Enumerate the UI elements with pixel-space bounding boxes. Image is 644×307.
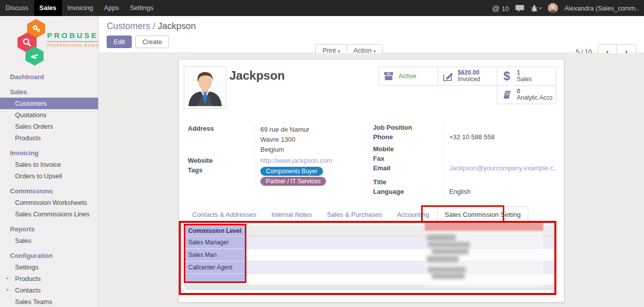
dollar-icon: $ xyxy=(501,69,513,83)
sidebar-item-commission-worksheets[interactable]: Commission Worksheets xyxy=(0,197,98,208)
invoiced-label: Invoiced xyxy=(458,76,480,83)
job-position-value[interactable] xyxy=(443,123,553,132)
main-area: Customers / Jackpson Edit Create Print▾ … xyxy=(99,16,644,307)
breadcrumb-current: Jackpson xyxy=(158,21,196,31)
probuse-logo[interactable]: PROBUSE PROFESSIONAL BUSINESS xyxy=(0,16,98,64)
user-menu[interactable]: Alexandra (Sales_comm.. xyxy=(564,5,639,12)
mobile-value[interactable] xyxy=(443,144,553,154)
tab-internal-notes[interactable]: Internal Notes xyxy=(264,207,319,222)
title-value[interactable] xyxy=(443,177,553,187)
invoiced-stat-button[interactable]: $620.00 Invoiced xyxy=(438,67,497,86)
sidebar-header-dashboard[interactable]: Dashboard xyxy=(0,71,98,83)
website-label: Website xyxy=(185,156,254,165)
redacted-value xyxy=(427,234,456,241)
sidebar-item-label: Contacts xyxy=(15,286,41,294)
redacted-values-region xyxy=(425,222,543,287)
user-avatar[interactable] xyxy=(548,3,558,13)
phone-value[interactable]: +32 10 588 558 xyxy=(443,132,553,142)
tab-sales-purchases[interactable]: Sales & Purchases xyxy=(320,207,389,222)
tab-accounting[interactable]: Accounting xyxy=(390,207,436,222)
title-label: Title xyxy=(371,177,443,187)
phone-label: Phone xyxy=(371,132,443,142)
pencil-icon xyxy=(442,71,454,82)
commission-level-cell[interactable]: Sales Man xyxy=(185,249,246,261)
job-position-label: Job Position xyxy=(371,123,443,132)
expand-caret-icon: ▸ xyxy=(7,275,9,280)
debug-bug-icon[interactable]: ▾ xyxy=(531,5,541,12)
details-right-group: Job Position Phone +32 10 588 558 Mobile… xyxy=(371,123,553,196)
commission-level-cell[interactable]: Callcenter Agent xyxy=(185,261,246,273)
empty-cell xyxy=(185,274,246,282)
breadcrumb-customers-link[interactable]: Customers xyxy=(107,21,150,31)
redacted-value xyxy=(432,273,465,279)
language-label: Language xyxy=(371,187,443,196)
tag-components-buyer[interactable]: Components Buyer xyxy=(260,167,323,176)
sidebar-header-configuration[interactable]: Configuration xyxy=(0,250,98,261)
mentions-button[interactable]: @ 10 xyxy=(492,4,509,13)
sidebar-header-commissions[interactable]: Commissions xyxy=(0,185,98,197)
fax-label: Fax xyxy=(371,154,443,163)
redacted-value xyxy=(427,256,459,262)
tab-sales-commission-setting[interactable]: Sales Commission Setting xyxy=(437,206,528,223)
sidebar-item-sales-teams[interactable]: Sales Teams xyxy=(0,296,98,307)
sidebar-item-sales-to-invoice[interactable]: Sales to Invoice xyxy=(0,159,98,170)
website-link[interactable]: http://www.jackpson.com xyxy=(260,157,332,164)
create-button[interactable]: Create xyxy=(135,36,169,48)
form-view: Jackpson Active $620.00 xyxy=(99,53,644,307)
sidebar-item-customers[interactable]: Customers xyxy=(0,98,98,109)
redacted-value xyxy=(428,242,470,247)
redacted-value xyxy=(432,248,469,254)
tags-field[interactable]: Components Buyer Partner / IT Services xyxy=(254,165,360,187)
menu-settings[interactable]: Settings xyxy=(124,0,159,16)
sidebar-header-reports[interactable]: Reports xyxy=(0,223,98,235)
sales-stat-button[interactable]: $ 1 Sales xyxy=(497,67,556,86)
sidebar-item-reports-sales[interactable]: Sales xyxy=(0,235,98,246)
sidebar-item-products[interactable]: Products xyxy=(0,132,98,144)
sidebar-item-config-products[interactable]: ▸Products xyxy=(0,273,98,284)
menu-apps[interactable]: Apps xyxy=(99,0,125,16)
sidebar-header-invoicing[interactable]: Invoicing xyxy=(0,147,98,159)
sidebar: PROBUSE PROFESSIONAL BUSINESS Dashboard … xyxy=(0,16,99,307)
active-status-label: Active xyxy=(399,73,416,80)
tags-label: Tags xyxy=(185,165,254,187)
menu-sales[interactable]: Sales xyxy=(34,0,62,16)
sidebar-item-quotations[interactable]: Quotations xyxy=(0,109,98,121)
address-value[interactable]: 69 rue de Namur Wavre 1300 Belgium xyxy=(254,124,360,156)
sidebar-item-sales-orders[interactable]: Sales Orders xyxy=(0,121,98,132)
chevron-down-icon: ▾ xyxy=(539,6,541,11)
systray: @ 10 ▾ Alexandra (Sales_comm.. xyxy=(492,0,644,16)
tab-contacts-addresses[interactable]: Contacts & Addresses xyxy=(185,207,263,222)
at-icon: @ xyxy=(492,4,499,13)
record-sheet: Jackpson Active $620.00 xyxy=(178,59,564,302)
details-left-group: Address 69 rue de Namur Wavre 1300 Belgi… xyxy=(185,124,360,187)
messages-icon[interactable] xyxy=(515,5,524,12)
book-icon xyxy=(501,90,513,100)
stat-buttons: Active $620.00 Invoiced $ xyxy=(379,67,558,104)
edit-button[interactable]: Edit xyxy=(107,36,132,48)
customer-photo[interactable] xyxy=(184,66,226,109)
tag-partner-it-services[interactable]: Partner / IT Services xyxy=(260,177,326,186)
language-value[interactable]: English xyxy=(443,187,553,196)
sidebar-item-orders-to-upsell[interactable]: Orders to Upsell xyxy=(0,170,98,182)
address-line: Wavre 1300 xyxy=(260,135,360,145)
address-line: Belgium xyxy=(260,145,360,155)
menu-invoicing[interactable]: Invoicing xyxy=(62,0,99,16)
expand-caret-icon: ▸ xyxy=(7,287,9,292)
sales-label: Sales xyxy=(517,76,532,83)
sidebar-item-config-contacts[interactable]: ▸Contacts xyxy=(0,284,98,296)
analytic-accounts-stat-button[interactable]: 0 Analytic Acco... xyxy=(497,85,556,104)
breadcrumb-separator: / xyxy=(153,21,158,31)
sidebar-header-sales[interactable]: Sales xyxy=(0,86,98,98)
sidebar-item-settings[interactable]: Settings xyxy=(0,261,98,273)
menu-discuss[interactable]: Discuss xyxy=(0,0,34,16)
sidebar-item-sales-commissions-lines[interactable]: Sales Commissions Lines xyxy=(0,208,98,220)
commission-level-header: Commission Level xyxy=(185,225,246,236)
redacted-header-highlight xyxy=(425,223,543,231)
commission-level-cell[interactable]: Sales Manager xyxy=(185,236,246,248)
breadcrumb: Customers / Jackpson xyxy=(107,21,636,32)
fax-value[interactable] xyxy=(443,154,553,163)
mobile-label: Mobile xyxy=(371,144,443,154)
active-stat-button[interactable]: Active xyxy=(379,67,438,86)
email-link[interactable]: Jackpson@yourcompany.example.c.. xyxy=(449,164,557,172)
address-label: Address xyxy=(185,124,254,156)
